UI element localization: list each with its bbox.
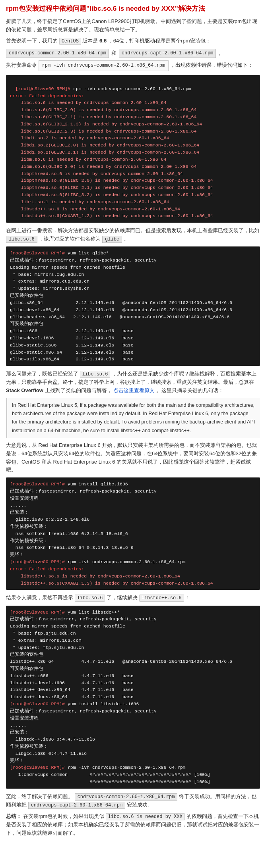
summary-libc-ref: libc.so.6 is needed by XXX xyxy=(106,813,185,820)
final-pkg1: cndrvcups-common-2.60-1.x86_64.rpm xyxy=(75,793,178,801)
search-intro-text: 在网上进行一番搜索，解决方法都是安装缺少的依赖库而已。但是搜索后发现，本机上有些… xyxy=(6,227,260,243)
final-pkg2: cndrvcups-capt-2.60-1.x86_64.rpm xyxy=(28,802,125,809)
libc-inline-ref: libc.so.6 xyxy=(80,371,111,378)
intro-text: 折腾了几天，终于搞定了CentOS上的Canon LBP2900打印机驱动。中间… xyxy=(6,17,260,34)
libc-progress-ref: libc.so.6 xyxy=(75,595,105,602)
glibc-tag: glibc xyxy=(102,236,122,243)
needed-lines-1: libc.so.6 is needed by cndrvcups-common-… xyxy=(10,100,213,218)
puzzle-text: 那么问题来了，既然已经安装了 libc.so.6 ，为什么还是提示缺少这个库呢？… xyxy=(6,370,260,395)
pkg2-tag: cndrvcups-capt-2.60-1.x86_64.rpm xyxy=(119,49,216,58)
libstdc-block: [root@cSlave00 RPM]# yum list libstdc++*… xyxy=(6,606,260,789)
glibc-list-block: [root@cSlave00 RPM]# yum list glibc* 已加载… xyxy=(6,246,260,366)
first-line: 首先说明一下，我用的 CentOS 版本是 6.6 ，64位，打印机驱动程序是两… xyxy=(6,37,260,45)
version-number: 6.6 xyxy=(99,38,107,44)
error-label-1: error: Failed dependencies: xyxy=(10,93,84,98)
packages-row: cndrvcups-common-2.60-1.x86_64.rpm 和 cnd… xyxy=(6,49,260,58)
libc-tag: libc.so.6 xyxy=(6,236,37,243)
stackoverflow-ref: Stack Overflow xyxy=(6,387,43,393)
original-link[interactable]: 点击这里查看原文 xyxy=(113,387,155,393)
error-code-block: [root@cSlave00 RPM]# rpm -ivh cndrvcups-… xyxy=(6,75,260,223)
centos-label: CentOS xyxy=(59,38,81,45)
summary: 总结： 在安装rpm包的时候，如果出现类似 libc.so.6 is neede… xyxy=(6,812,260,837)
cmd-intro: 执行安装命令 rpm -ivh cndrvcups-common-2.60-1.… xyxy=(6,60,260,72)
explain-text: 大意是说，从 Red Hat Enterprise Linux 6 开始，默认只… xyxy=(6,441,260,474)
quote-box: In Red Hat Enterprise Linux 5, if a pack… xyxy=(6,398,260,438)
page-title: rpm包安装过程中依赖问题"libc.so.6 is needed by XXX… xyxy=(6,4,260,13)
install-glibc-block: [root@cSlave00 RPM]# yum install glibc.i… xyxy=(6,477,260,590)
progress-text: 结果令人满意，果然不再提示 libc.so.6 了，继续解决 libstdc++… xyxy=(6,594,260,602)
summary-title: 总结： xyxy=(6,813,21,819)
libstdc-progress-ref: libstdc++.so.6 xyxy=(139,595,184,602)
final-text: 至此，终于解决了依赖问题。 cndrvcups-common-2.60-1.x8… xyxy=(6,793,260,809)
code-prompt-1: [root@cSlave00 RPM]# xyxy=(16,86,70,91)
install-command: rpm -ivh cndrvcups-common-2.60-1.x86_64.… xyxy=(39,60,169,71)
pkg1-tag: cndrvcups-common-2.60-1.x86_64.rpm xyxy=(6,49,109,58)
